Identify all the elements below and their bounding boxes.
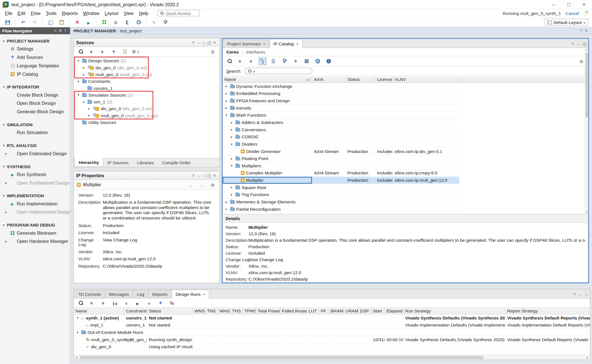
catalog-row-embedded-processing[interactable]: Embedded Processing [223,90,459,97]
chevron-right-icon[interactable] [81,72,86,77]
chevron-right-icon[interactable] [4,151,8,156]
tab-ip-sources[interactable]: IP Sources [103,159,133,167]
column-header-run-strategy[interactable]: Run Strategy [404,308,506,314]
tab-project-summary[interactable]: Project Summary [223,39,269,47]
chevron-down-icon[interactable] [1,123,6,127]
catalog-row-math-functions[interactable]: Math Functions [223,112,459,119]
close-icon[interactable] [296,41,299,46]
close-icon[interactable] [212,40,217,45]
flow-section-header[interactable]: IMPLEMENTATION [0,192,70,200]
gear-button[interactable] [209,48,217,55]
search-button[interactable] [77,299,85,307]
close-icon[interactable] [212,173,217,178]
chevron-down-icon[interactable] [1,39,6,43]
layout-selector[interactable]: Default Layout [544,19,588,26]
chevron-right-icon[interactable] [87,113,91,118]
help-icon[interactable] [63,28,68,34]
wrench-button[interactable] [281,57,288,65]
float-icon[interactable] [207,40,212,45]
scroll-up-icon[interactable] [585,48,588,52]
tab-log[interactable]: Log [133,290,148,298]
collapse-all-button[interactable] [237,57,244,65]
close-icon[interactable] [263,41,266,46]
flow-item-ip-catalog[interactable]: IP Catalog [0,70,70,78]
tree-item-constraints[interactable]: Constraints [74,78,220,85]
minimize-icon[interactable] [576,41,581,46]
maximize-icon[interactable] [201,173,207,178]
help-icon[interactable] [578,28,584,33]
chevron-down-icon[interactable] [1,194,6,198]
flow-item-open-block-design[interactable]: Open Block Design [0,99,70,108]
tab-messages[interactable]: Messages [105,290,133,298]
chevron-right-icon[interactable] [4,181,8,185]
subtab-interfaces[interactable]: Interfaces [246,50,265,54]
flow-item-open-elaborated-design[interactable]: Open Elaborated Design [0,149,70,158]
run-row-div-gen-0[interactable]: div_gen_0Using cached IP results [74,343,590,351]
flow-item-run-implementation[interactable]: Run Implementation [0,200,70,208]
chevron-right-icon[interactable] [87,106,91,111]
flow-item-language-templates[interactable]: Language Templates [0,62,70,70]
column-header-status[interactable]: Status [147,308,193,314]
catalog-row-trig-functions[interactable]: Trig Functions [223,191,459,199]
catalog-row-floating-point[interactable]: Floating Point [223,155,459,163]
tab-hierarchy[interactable]: Hierarchy [75,158,103,167]
gear-button[interactable] [209,181,217,188]
redo-button[interactable] [31,18,38,26]
clock-button[interactable] [135,18,142,26]
menu-reports[interactable]: Reports [59,10,81,16]
flow-item-open-implemented-design[interactable]: Open Implemented Design [0,208,70,216]
column-header-start[interactable]: Start [371,308,385,314]
doc-button[interactable] [121,48,129,55]
scroll-left-icon[interactable] [74,356,79,359]
play-button[interactable] [85,18,92,26]
flow-item-create-block-design[interactable]: Create Block Design [0,91,70,99]
flow-item-settings[interactable]: Settings [0,45,70,53]
scroll-right-icon[interactable] [585,356,590,359]
flow-item-generate-bitstream[interactable]: Generate Bitstream [0,229,70,237]
chevron-right-icon[interactable] [224,99,229,103]
sigma-button[interactable] [123,18,131,26]
catalog-row-multipliers[interactable]: Multipliers [223,162,459,170]
help-icon[interactable] [191,40,196,45]
column-header-tpws[interactable]: TPWS [243,308,256,314]
flow-section-header[interactable]: IP INTEGRATOR [0,83,70,91]
expand-all-button[interactable] [99,48,107,55]
chevron-right-icon[interactable] [224,200,229,204]
help-icon[interactable] [570,41,575,46]
percent-button[interactable] [168,299,176,307]
minimize-icon[interactable] [196,173,201,178]
gear-button[interactable] [578,57,585,65]
column-header-ff[interactable]: FF [319,308,329,314]
tree-item-div-gen-0[interactable]: div_gen_0 (div_gen_0.xci) [74,105,220,112]
tree-item-mult-gen-0[interactable]: mult_gen_0 (mult_gen_0.xci) [74,112,220,119]
menu-flow[interactable]: Flow [28,10,43,16]
catalog-row-cordic[interactable]: CORDIC [223,134,459,141]
maximize-icon[interactable] [584,292,589,297]
chevron-down-icon[interactable] [224,113,229,117]
column-header-total-power[interactable]: Total Power [256,308,280,314]
tree-item-sim-1[interactable]: sim_1 (2) [74,99,220,105]
run-row-synth-1-active[interactable]: synth_1 (active)constrs_1Not startedViva… [74,314,590,322]
horizontal-scrollbar[interactable] [74,355,590,360]
chevron-right-icon[interactable] [229,127,234,132]
chevron-down-icon[interactable] [76,59,81,63]
float-icon[interactable] [582,41,587,46]
help-icon[interactable] [191,173,196,178]
forward-button[interactable] [145,299,153,307]
flow-item-run-simulation[interactable]: Run Simulation [0,128,70,137]
scrollbar-thumb[interactable] [585,53,588,117]
menu-layout[interactable]: Layout [102,10,121,16]
close-icon[interactable] [203,292,206,296]
tree-view-button[interactable] [259,57,266,65]
menu-window[interactable]: Window [80,10,102,16]
play-dark-button[interactable] [134,299,142,307]
flow-item-generate-block-design[interactable]: Generate Block Design [0,108,70,116]
grid-button[interactable] [100,18,108,26]
nav-forward-button[interactable] [198,181,206,188]
catalog-row-partial-reconfiguration[interactable]: Partial Reconfiguration [223,206,459,213]
chevron-right-icon[interactable] [229,185,234,190]
minimize-icon[interactable] [578,292,583,297]
column-header-ths[interactable]: THS [231,308,243,314]
debug-button[interactable] [162,18,169,26]
catalog-row-divider-generator[interactable]: Divider GeneratorAXI4-StreamProductionIn… [223,148,459,155]
